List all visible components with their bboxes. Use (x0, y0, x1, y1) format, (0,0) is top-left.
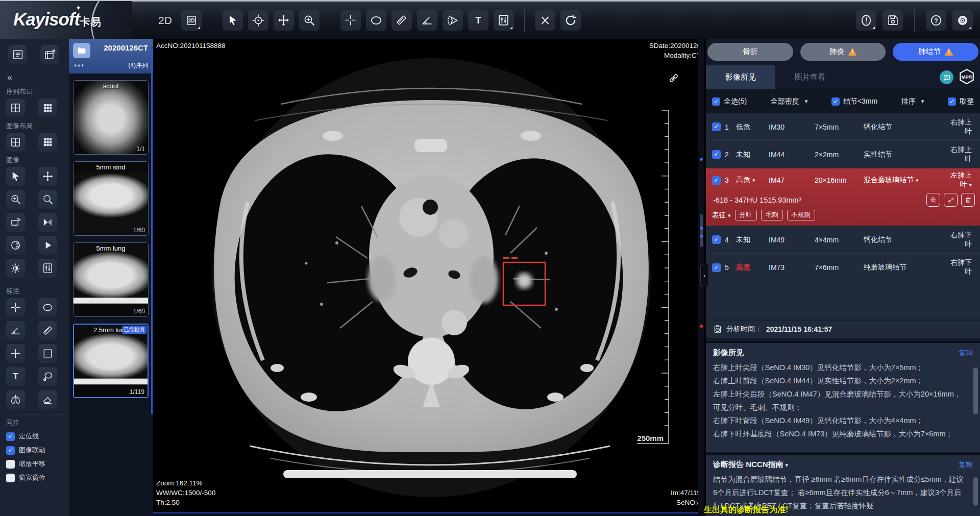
localizer-tool-button[interactable] (248, 10, 268, 31)
series-scrollbar[interactable] (151, 46, 153, 414)
crosshair-tool-button[interactable] (340, 10, 361, 31)
checkbox-checked-icon[interactable] (712, 176, 721, 185)
collapse-sidebar-button[interactable]: « (6, 69, 64, 84)
round-checkbox[interactable]: 取整 (948, 97, 974, 106)
callout-annotation-button[interactable] (38, 367, 57, 386)
magnify-button[interactable] (38, 190, 57, 209)
alert-button[interactable] (856, 10, 876, 31)
layout-2d-button[interactable]: 2D (181, 10, 202, 31)
checkbox-checked-icon[interactable] (712, 122, 721, 131)
series-thumbnail-5mm-lung[interactable]: 5mm lung 1/60 (73, 242, 149, 317)
trait-chip-spiculation[interactable]: 毛刺 (761, 210, 783, 220)
ruler-annotation-button[interactable] (38, 321, 57, 340)
copy-findings-button[interactable]: 复制 (959, 349, 973, 358)
ruler-tool-button[interactable] (391, 10, 412, 31)
zoom-image-button[interactable] (6, 190, 25, 209)
checkbox-checked-icon[interactable] (6, 446, 15, 455)
help-button[interactable]: ? (926, 10, 946, 31)
delete-nodule-button[interactable] (961, 193, 975, 207)
slice-scrollbar-thumb[interactable] (700, 214, 703, 247)
nodule-marker-dot[interactable] (700, 235, 703, 238)
link-icon[interactable] (668, 72, 679, 86)
plus-annotation-button[interactable] (6, 344, 25, 363)
ct-canvas[interactable]: 250mm (153, 39, 706, 512)
checkbox-unchecked-icon[interactable] (6, 460, 15, 469)
sort-dropdown[interactable]: 排序 (901, 97, 924, 106)
nodule-row-2[interactable]: 2 未知 IM44 2×2mm 实性结节 右肺上叶 (706, 141, 980, 168)
checkbox-checked-icon[interactable] (712, 97, 720, 106)
report-scrollbar[interactable] (973, 477, 978, 506)
report-title-dropdown[interactable]: 诊断报告 NCCN指南 (713, 460, 788, 470)
zoom-to-nodule-button[interactable] (926, 193, 940, 207)
text-annotation-button[interactable]: T (468, 10, 488, 31)
zoom-in-tool-button[interactable] (299, 10, 320, 31)
eraser-button[interactable] (38, 390, 57, 409)
settings-button[interactable] (952, 10, 973, 31)
trait-chip-irregular[interactable]: 不规则 (787, 210, 816, 220)
trait-dropdown[interactable]: 表征 (712, 211, 731, 220)
small-nodule-checkbox[interactable]: 结节<3mm (831, 97, 877, 106)
report-panel-button[interactable] (8, 45, 27, 64)
sync-image-link-toggle[interactable]: 图像联动 (6, 446, 64, 455)
close-series-button[interactable] (40, 45, 59, 64)
mpr-button[interactable]: MPR (959, 68, 975, 87)
angle-tool-button[interactable] (417, 10, 437, 31)
lung-detect-button[interactable] (6, 390, 25, 409)
select-tool-button[interactable] (6, 167, 25, 186)
tab-pneumonia[interactable]: 肺炎 (800, 43, 886, 61)
sync-zoom-pan-toggle[interactable]: 缩放平移 (6, 459, 64, 469)
panel-expander-handle[interactable]: › (700, 264, 708, 286)
rectangle-annotation-button[interactable] (38, 344, 57, 363)
pan-tool-button[interactable] (274, 10, 294, 31)
study-header[interactable]: 20200126CT *** (4)序列 (69, 39, 153, 73)
checkbox-checked-icon[interactable] (712, 263, 721, 272)
select-all-checkbox[interactable]: 全选(5) (712, 97, 747, 106)
current-slice-marker-dot[interactable] (700, 325, 703, 328)
compare-nodule-button[interactable] (944, 193, 958, 207)
cobb-angle-button[interactable] (443, 10, 463, 31)
point-annotation-button[interactable] (6, 298, 25, 317)
series-thumbnail-2.5mm-lung[interactable]: 2.5mm lung 已经检测 1/119 (73, 324, 149, 398)
nodule-marker-dot[interactable] (700, 158, 703, 161)
ct-viewport[interactable]: 250mm AccNO:202101158888 SDate:20200126 … (153, 39, 706, 513)
nodule-marker-dot[interactable] (700, 227, 703, 230)
nodule-row-5[interactable]: 5 高危 IM73 7×6mm 纯磨玻璃结节 右肺下叶 (706, 254, 980, 281)
sync-wwwc-toggle[interactable]: 窗宽窗位 (6, 473, 64, 482)
tab-lung-nodule[interactable]: 肺结节 (893, 43, 978, 61)
nodule-location-dropdown[interactable]: 左肺上叶 (944, 171, 975, 189)
study-folder-button[interactable] (73, 43, 90, 58)
series-layout-3x3-button[interactable] (38, 99, 57, 117)
ellipse-annotation-button[interactable] (38, 298, 57, 317)
checkbox-checked-icon[interactable] (712, 235, 721, 244)
density-filter-dropdown[interactable]: 全部密度 (771, 97, 808, 106)
image-layout-2x2-button[interactable] (6, 133, 25, 152)
image-layout-3x3-button[interactable] (38, 133, 57, 152)
reset-button[interactable] (560, 10, 581, 31)
checkbox-checked-icon[interactable] (712, 150, 721, 159)
trait-chip-lobulation[interactable]: 分叶 (735, 210, 757, 220)
nodule-type-dropdown[interactable]: 混合磨玻璃结节 (864, 176, 944, 185)
tab-findings[interactable]: 影像所见 (706, 65, 775, 89)
nodule-row-4[interactable]: 4 未知 IM49 4×4mm 钙化结节 右肺下叶 (706, 226, 980, 254)
tab-image-view[interactable]: 图片查看 (775, 65, 845, 89)
window-level-button[interactable] (494, 10, 514, 31)
copy-report-button[interactable]: 复制 (959, 460, 973, 470)
save-button[interactable] (883, 10, 903, 31)
angle-annotation-button[interactable] (6, 321, 25, 340)
checkbox-checked-icon[interactable] (831, 97, 840, 106)
sync-localizer-toggle[interactable]: 定位线 (6, 432, 64, 441)
checkbox-unchecked-icon[interactable] (6, 474, 15, 482)
flip-button[interactable] (38, 213, 57, 232)
series-thumbnail-5mm-stnd[interactable]: 5mm stnd 1/60 (73, 161, 149, 236)
checkbox-checked-icon[interactable] (6, 432, 15, 441)
invert-button[interactable] (6, 236, 25, 255)
series-thumbnail-scout[interactable]: scout 1/1 (73, 80, 149, 155)
brightness-button[interactable] (6, 259, 25, 278)
cine-play-button[interactable] (38, 236, 57, 255)
report-chat-button[interactable] (940, 70, 953, 84)
nodule-row-3-selected[interactable]: 3 高危 IM47 20×16mm 混合磨玻璃结节 左肺上叶 -618 - 34… (706, 168, 980, 226)
text-annotation-button[interactable]: T (6, 367, 25, 386)
pointer-tool-button[interactable] (223, 10, 243, 31)
risk-level-dropdown[interactable]: 高危 (736, 176, 769, 185)
nodule-row-1[interactable]: 1 低危 IM30 7×5mm 钙化结节 右肺上叶 (706, 113, 980, 141)
